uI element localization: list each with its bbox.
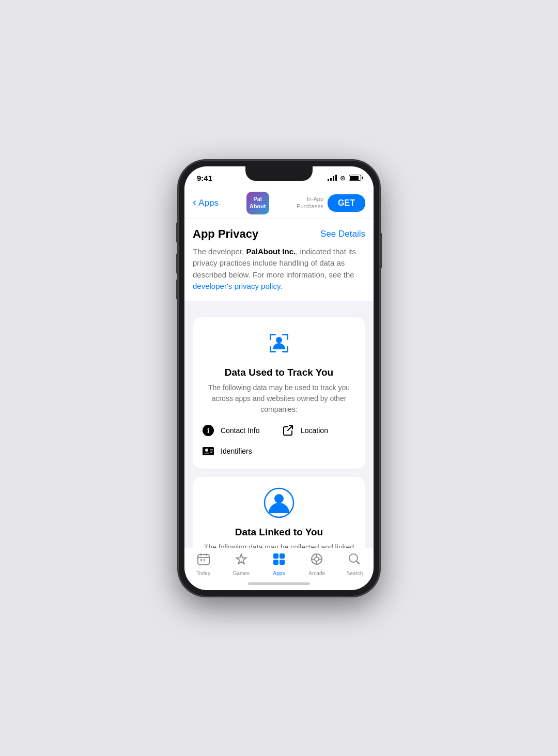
svg-rect-1 [270, 334, 271, 340]
tab-games[interactable]: Games [222, 552, 260, 576]
svg-point-8 [276, 337, 282, 343]
svg-rect-38 [280, 553, 285, 559]
privacy-header: App Privacy See Details The developer, P… [184, 219, 374, 301]
svg-text:i: i [207, 427, 209, 435]
svg-rect-35 [200, 559, 202, 561]
tab-bar: Today Games [184, 548, 374, 578]
privacy-description: The developer, PalAbout Inc., indicated … [193, 246, 365, 292]
location-icon [281, 423, 296, 438]
wifi-icon: ⊛ [340, 174, 346, 182]
today-tab-label: Today [196, 570, 210, 576]
svg-rect-34 [198, 557, 209, 558]
track-identifiers-item: Identifiers [201, 444, 277, 458]
track-location-item: Location [281, 423, 357, 438]
nav-bar: ‹ Apps Pal About In-AppPurchases GET [184, 187, 374, 219]
track-contact-info-item: i Contact Info [201, 423, 277, 438]
tab-arcade[interactable]: Arcade [298, 552, 336, 576]
app-icon: Pal About [246, 192, 269, 214]
phone-device: 9:41 ⊛ ‹ Apps Pal About [178, 160, 380, 596]
tab-search[interactable]: Search [336, 552, 374, 576]
track-card-title: Data Used to Track You [201, 367, 357, 378]
svg-rect-13 [204, 453, 209, 454]
developer-name: PalAbout Inc. [246, 247, 296, 256]
today-icon [197, 552, 210, 569]
svg-rect-5 [270, 346, 271, 352]
svg-rect-16 [210, 452, 212, 453]
nav-right: In-AppPurchases GET [297, 194, 365, 212]
track-card-description: The following data may be used to track … [201, 382, 357, 415]
back-button[interactable]: ‹ Apps [193, 198, 219, 208]
privacy-title: App Privacy [193, 227, 258, 241]
battery-icon [349, 175, 361, 181]
linked-you-icon [264, 487, 295, 520]
svg-rect-32 [200, 553, 202, 556]
games-icon [235, 552, 248, 569]
main-content: App Privacy See Details The developer, P… [184, 219, 374, 548]
cards-area: Data Used to Track You The following dat… [184, 301, 374, 548]
get-button[interactable]: GET [328, 194, 365, 212]
linked-to-you-card: Data Linked to You The following data ma… [193, 477, 365, 548]
privacy-policy-link[interactable]: developer's privacy policy. [193, 282, 283, 290]
games-tab-label: Games [233, 570, 250, 576]
linked-card-title: Data Linked to You [201, 527, 357, 538]
svg-rect-37 [273, 553, 278, 559]
app-name-line2: About [250, 203, 266, 210]
back-label: Apps [198, 198, 219, 208]
in-app-label: In-AppPurchases [297, 196, 323, 209]
privacy-title-row: App Privacy See Details [193, 227, 365, 241]
apps-tab-label: Apps [273, 570, 285, 576]
track-location-label: Location [301, 426, 328, 435]
search-tab-label: Search [347, 570, 363, 576]
home-indicator [184, 578, 374, 590]
linked-card-description: The following data may be collected and … [201, 542, 357, 548]
status-bar: 9:41 ⊛ [184, 166, 374, 187]
svg-rect-36 [204, 559, 205, 561]
track-icon-area [201, 328, 357, 361]
chevron-left-icon: ‹ [193, 197, 196, 208]
svg-rect-15 [210, 451, 213, 452]
svg-rect-39 [273, 560, 278, 565]
svg-rect-7 [287, 346, 288, 352]
signal-bars-icon [328, 175, 337, 181]
home-bar [248, 582, 310, 585]
tab-today[interactable]: Today [184, 552, 222, 576]
tab-apps[interactable]: Apps [260, 552, 298, 576]
arcade-icon [310, 552, 323, 569]
svg-point-42 [315, 557, 319, 561]
svg-rect-14 [210, 449, 213, 450]
svg-rect-3 [287, 334, 288, 340]
see-details-link[interactable]: See Details [320, 229, 365, 239]
phone-screen: 9:41 ⊛ ‹ Apps Pal About [184, 166, 374, 590]
notch [245, 166, 313, 181]
svg-point-12 [205, 449, 208, 452]
status-time: 9:41 [197, 174, 212, 182]
arcade-tab-label: Arcade [308, 570, 325, 576]
contact-info-icon: i [201, 423, 215, 438]
search-icon [348, 552, 361, 569]
svg-rect-33 [206, 553, 207, 556]
svg-rect-40 [280, 560, 285, 565]
app-name-line1: Pal [253, 196, 262, 203]
track-data-items: i Contact Info [201, 423, 357, 458]
identifiers-icon [201, 444, 215, 458]
status-icons: ⊛ [328, 174, 361, 182]
track-you-card: Data Used to Track You The following dat… [193, 317, 365, 469]
linked-icon-area [201, 487, 357, 520]
track-you-icon [264, 328, 295, 361]
track-contact-info-label: Contact Info [221, 426, 260, 435]
svg-point-18 [274, 494, 284, 503]
apps-icon [272, 552, 286, 569]
track-identifiers-label: Identifiers [221, 447, 252, 455]
